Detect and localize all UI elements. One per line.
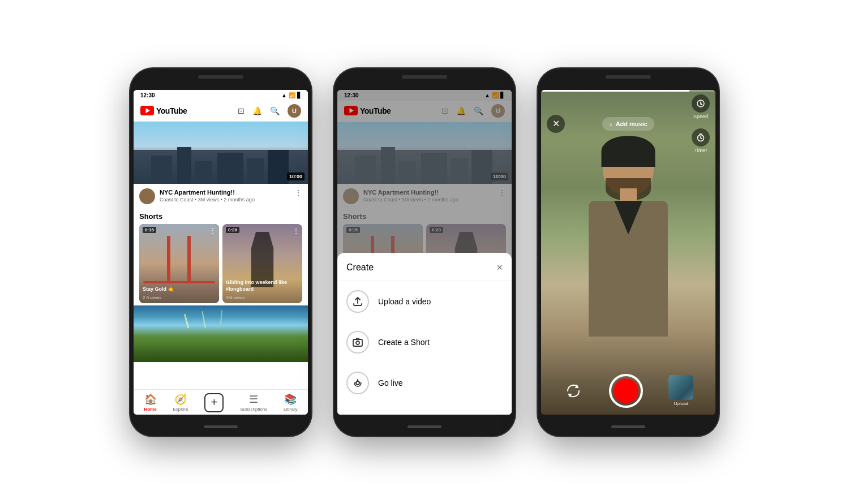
video-title-1: NYC Apartment Hunting!! [160,188,290,196]
phone-2-screen: 12:30 ▲ 📶 ▋ YouTube [337,90,512,415]
nav-library-1[interactable]: 📚 Library [284,393,297,412]
modal-title: Create [346,262,374,273]
signal-icon: 📶 [289,92,295,98]
subscriptions-icon-1: ☰ [249,393,258,406]
upload-section: Upload [668,375,693,406]
featured-video-thumb-1: 10:00 [134,122,308,184]
short-card-1b[interactable]: 0:28 ⋮ Gliding into weekend like #longbo… [222,224,302,303]
short-duration-1b: 0:28 [226,227,239,233]
status-time-1: 12:30 [140,92,155,98]
explore-icon-1: 🧭 [174,393,187,406]
phone-1-screen: 12:30 ▲ 📶 ▋ YouTube ⊡ 🔔 [134,90,308,415]
modal-item-short[interactable]: Create a Short [337,322,512,363]
nav-subscriptions-1[interactable]: ☰ Subscriptions [240,393,267,412]
short-duration-1a: 0:15 [143,227,156,233]
video-sub-1: Coast to Coast • 3M views • 2 months ago [160,197,290,203]
status-bar-1: 12:30 ▲ 📶 ▋ [134,90,308,101]
create-modal: Create × Upload a video [337,253,512,415]
phone-3: ✕ ♪ Add music Speed [538,68,719,436]
nav-create-1[interactable]: + [204,393,224,412]
camera-top-bar: ✕ ♪ Add music Speed [541,90,715,158]
short-label-1b: Gliding into weekend like #longboard [226,279,299,292]
bottom-nav-1: 🏠 Home 🧭 Explore + ☰ Subscriptions 📚 Lib… [134,389,308,415]
flip-camera-button[interactable] [563,381,584,401]
video-meta-1: NYC Apartment Hunting!! Coast to Coast •… [160,188,290,203]
short-more-1a[interactable]: ⋮ [209,227,216,235]
short-card-1a[interactable]: 0:15 ⋮ Stay Gold 🤙 2.5 views [139,224,219,303]
short-views-1a: 2.5 views [143,295,161,300]
avatar-1[interactable]: U [288,104,301,118]
camera-bottom-bar: Upload [541,374,715,408]
more-icon-1[interactable]: ⋮ [294,188,302,197]
cast-icon-1[interactable]: ⊡ [238,106,245,115]
shorts-row-1: 0:15 ⋮ Stay Gold 🤙 2.5 views 0:28 ⋮ Glid… [139,224,302,303]
music-note-icon: ♪ [609,120,612,127]
phone-2-bottom [408,425,441,428]
video-info-1: NYC Apartment Hunting!! Coast to Coast •… [134,184,308,209]
phones-container: 12:30 ▲ 📶 ▋ YouTube ⊡ 🔔 [0,0,849,504]
add-music-label: Add music [616,120,648,127]
camera-close-button[interactable]: ✕ [547,115,565,133]
nav-library-label-1: Library [284,407,297,412]
camera-right-tools: Speed Timer [692,94,710,153]
phone-3-bottom [611,425,645,428]
status-icons-1: ▲ 📶 ▋ [281,92,301,98]
timer-tool-group: Timer [692,128,710,153]
shorts-title-1: Shorts [139,212,302,221]
modal-overlay-2: Create × Upload a video [337,90,512,415]
youtube-logo-icon [140,106,154,115]
timer-label: Timer [694,148,707,153]
shorts-section-1: Shorts 0:15 ⋮ Stay Gold 🤙 2.5 views [134,209,308,305]
short-views-1b: 3M views [226,295,245,300]
phone-2: 12:30 ▲ 📶 ▋ YouTube [334,68,515,436]
yt-logo-1: YouTube [140,106,187,115]
nav-explore-1[interactable]: 🧭 Explore [173,393,188,412]
landscape-thumb-1 [134,305,308,362]
record-button[interactable] [609,374,643,408]
modal-item-upload[interactable]: Upload a video [337,281,512,322]
svg-point-5 [356,341,359,344]
wifi-icon: ▲ [281,92,287,98]
short-more-1b[interactable]: ⋮ [293,227,299,235]
upload-icon [346,290,369,313]
timer-button[interactable] [692,128,710,147]
search-icon-1[interactable]: 🔍 [270,106,280,115]
yt-header-1: YouTube ⊡ 🔔 🔍 U [134,101,308,122]
modal-header: Create × [337,262,512,281]
video-duration-1: 10:00 [287,173,305,180]
add-music-button[interactable]: ♪ Add music [602,117,654,131]
nav-home-1[interactable]: 🏠 Home [144,393,156,412]
battery-icon: ▋ [297,92,301,98]
yt-header-icons-1: ⊡ 🔔 🔍 U [238,104,301,118]
channel-avatar-1 [139,188,155,204]
speed-tool-group: Speed [692,94,710,119]
modal-close-button[interactable]: × [496,262,503,274]
modal-upload-label: Upload a video [378,297,431,306]
nav-explore-label-1: Explore [173,407,188,412]
phone-1: 12:30 ▲ 📶 ▋ YouTube ⊡ 🔔 [130,68,311,436]
svg-rect-4 [353,339,362,346]
bell-icon-1[interactable]: 🔔 [252,106,262,115]
speed-button[interactable] [692,94,710,113]
nav-home-label-1: Home [144,407,156,412]
modal-item-live[interactable]: Go live [337,363,512,403]
record-inner-circle [614,378,638,403]
modal-short-label: Create a Short [378,338,430,347]
nav-subscriptions-label-1: Subscriptions [240,407,267,412]
live-icon [346,372,369,394]
upload-label: Upload [674,401,688,406]
upload-thumbnail[interactable] [668,375,693,400]
camera-icon [346,331,369,354]
phone-1-bottom [204,425,238,428]
create-plus-icon-1: + [204,393,224,412]
library-icon-1: 📚 [284,393,297,406]
home-icon-1: 🏠 [144,393,157,406]
building-scene-1 [134,122,308,184]
yt-logo-text-1: YouTube [156,106,187,115]
short-label-1a: Stay Gold 🤙 [143,286,216,293]
modal-live-label: Go live [378,378,403,387]
speed-label: Speed [693,114,708,119]
camera-screen: ✕ ♪ Add music Speed [541,90,715,415]
